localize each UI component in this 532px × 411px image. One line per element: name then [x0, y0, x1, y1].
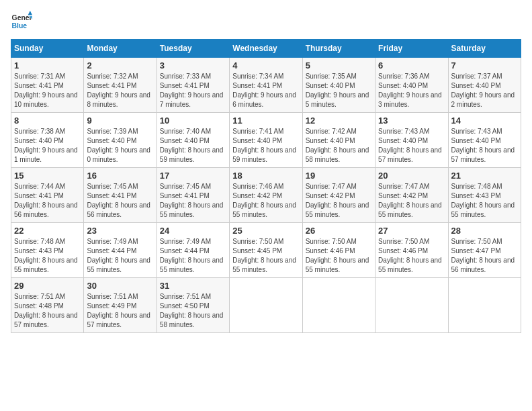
day-number: 8 [14, 116, 81, 126]
calendar-cell: 25 Sunrise: 7:50 AMSunset: 4:45 PMDaylig… [230, 223, 302, 278]
weekday-header-thursday: Thursday [302, 40, 375, 58]
calendar-cell: 29 Sunrise: 7:51 AMSunset: 4:48 PMDaylig… [11, 278, 84, 333]
day-number: 30 [87, 281, 153, 291]
calendar-cell: 31 Sunrise: 7:51 AMSunset: 4:50 PMDaylig… [157, 278, 229, 333]
calendar-cell: 7 Sunrise: 7:37 AMSunset: 4:40 PMDayligh… [448, 58, 521, 113]
day-number: 22 [14, 226, 81, 236]
calendar-cell: 5 Sunrise: 7:35 AMSunset: 4:40 PMDayligh… [302, 58, 375, 113]
calendar-cell [302, 278, 375, 333]
calendar-cell: 4 Sunrise: 7:34 AMSunset: 4:41 PMDayligh… [230, 58, 302, 113]
weekday-header-wednesday: Wednesday [230, 40, 302, 58]
weekday-header-tuesday: Tuesday [157, 40, 229, 58]
day-info: Sunrise: 7:41 AMSunset: 4:40 PMDaylight:… [232, 128, 296, 163]
calendar-cell: 3 Sunrise: 7:33 AMSunset: 4:41 PMDayligh… [157, 58, 229, 113]
day-info: Sunrise: 7:48 AMSunset: 4:43 PMDaylight:… [451, 183, 515, 218]
calendar-cell: 19 Sunrise: 7:47 AMSunset: 4:42 PMDaylig… [302, 168, 375, 223]
calendar-cell: 15 Sunrise: 7:44 AMSunset: 4:41 PMDaylig… [11, 168, 84, 223]
calendar-cell: 22 Sunrise: 7:48 AMSunset: 4:43 PMDaylig… [11, 223, 84, 278]
day-number: 21 [451, 171, 518, 181]
day-info: Sunrise: 7:42 AMSunset: 4:40 PMDaylight:… [306, 128, 369, 163]
weekday-header-monday: Monday [84, 40, 157, 58]
day-number: 11 [232, 116, 299, 126]
day-number: 16 [87, 171, 153, 181]
day-number: 12 [306, 116, 372, 126]
day-number: 9 [87, 116, 153, 126]
day-number: 10 [160, 116, 226, 126]
logo: General Blue [11, 11, 32, 32]
day-number: 26 [306, 226, 372, 236]
calendar-cell: 10 Sunrise: 7:40 AMSunset: 4:40 PMDaylig… [157, 113, 229, 168]
day-number: 19 [306, 171, 372, 181]
day-number: 6 [378, 60, 445, 71]
day-info: Sunrise: 7:33 AMSunset: 4:41 PMDaylight:… [160, 73, 224, 108]
day-info: Sunrise: 7:51 AMSunset: 4:50 PMDaylight:… [160, 293, 224, 328]
weekday-header-saturday: Saturday [448, 40, 521, 58]
calendar-cell: 6 Sunrise: 7:36 AMSunset: 4:40 PMDayligh… [375, 58, 448, 113]
day-number: 20 [378, 171, 445, 181]
day-info: Sunrise: 7:50 AMSunset: 4:46 PMDaylight:… [306, 238, 369, 273]
day-number: 25 [232, 226, 299, 236]
calendar-cell: 24 Sunrise: 7:49 AMSunset: 4:44 PMDaylig… [157, 223, 229, 278]
day-info: Sunrise: 7:43 AMSunset: 4:40 PMDaylight:… [378, 128, 442, 163]
day-info: Sunrise: 7:50 AMSunset: 4:46 PMDaylight:… [378, 238, 442, 273]
calendar-cell [375, 278, 448, 333]
day-info: Sunrise: 7:43 AMSunset: 4:40 PMDaylight:… [451, 128, 515, 163]
calendar-cell: 20 Sunrise: 7:47 AMSunset: 4:42 PMDaylig… [375, 168, 448, 223]
day-info: Sunrise: 7:47 AMSunset: 4:42 PMDaylight:… [378, 183, 442, 218]
day-number: 3 [160, 60, 226, 71]
day-number: 29 [14, 281, 81, 291]
day-number: 27 [378, 226, 445, 236]
day-number: 2 [87, 60, 153, 71]
day-info: Sunrise: 7:45 AMSunset: 4:41 PMDaylight:… [87, 183, 150, 218]
day-info: Sunrise: 7:46 AMSunset: 4:42 PMDaylight:… [232, 183, 296, 218]
calendar-cell: 18 Sunrise: 7:46 AMSunset: 4:42 PMDaylig… [230, 168, 302, 223]
day-number: 23 [87, 226, 153, 236]
day-info: Sunrise: 7:51 AMSunset: 4:49 PMDaylight:… [87, 293, 150, 328]
calendar-cell: 13 Sunrise: 7:43 AMSunset: 4:40 PMDaylig… [375, 113, 448, 168]
svg-text:General: General [12, 14, 32, 21]
day-number: 7 [451, 60, 518, 71]
weekday-header-sunday: Sunday [11, 40, 84, 58]
day-info: Sunrise: 7:40 AMSunset: 4:40 PMDaylight:… [160, 128, 224, 163]
calendar-cell: 11 Sunrise: 7:41 AMSunset: 4:40 PMDaylig… [230, 113, 302, 168]
calendar-cell: 28 Sunrise: 7:50 AMSunset: 4:47 PMDaylig… [448, 223, 521, 278]
day-info: Sunrise: 7:45 AMSunset: 4:41 PMDaylight:… [160, 183, 224, 218]
calendar-cell: 12 Sunrise: 7:42 AMSunset: 4:40 PMDaylig… [302, 113, 375, 168]
day-info: Sunrise: 7:37 AMSunset: 4:40 PMDaylight:… [451, 73, 515, 108]
day-info: Sunrise: 7:35 AMSunset: 4:40 PMDaylight:… [306, 73, 369, 108]
day-info: Sunrise: 7:50 AMSunset: 4:45 PMDaylight:… [232, 238, 296, 273]
day-info: Sunrise: 7:47 AMSunset: 4:42 PMDaylight:… [306, 183, 369, 218]
day-number: 15 [14, 171, 81, 181]
day-number: 17 [160, 171, 226, 181]
day-number: 5 [306, 60, 372, 71]
calendar-cell: 23 Sunrise: 7:49 AMSunset: 4:44 PMDaylig… [84, 223, 157, 278]
day-info: Sunrise: 7:44 AMSunset: 4:41 PMDaylight:… [14, 183, 78, 218]
calendar-cell [448, 278, 521, 333]
day-info: Sunrise: 7:38 AMSunset: 4:40 PMDaylight:… [14, 128, 78, 163]
day-info: Sunrise: 7:50 AMSunset: 4:47 PMDaylight:… [451, 238, 515, 273]
day-info: Sunrise: 7:31 AMSunset: 4:41 PMDaylight:… [14, 73, 78, 108]
day-info: Sunrise: 7:36 AMSunset: 4:40 PMDaylight:… [378, 73, 442, 108]
calendar-cell: 14 Sunrise: 7:43 AMSunset: 4:40 PMDaylig… [448, 113, 521, 168]
page-header: General Blue [11, 11, 521, 32]
day-number: 24 [160, 226, 226, 236]
calendar-cell: 17 Sunrise: 7:45 AMSunset: 4:41 PMDaylig… [157, 168, 229, 223]
calendar-cell: 21 Sunrise: 7:48 AMSunset: 4:43 PMDaylig… [448, 168, 521, 223]
day-info: Sunrise: 7:51 AMSunset: 4:48 PMDaylight:… [14, 293, 78, 328]
calendar-cell: 9 Sunrise: 7:39 AMSunset: 4:40 PMDayligh… [84, 113, 157, 168]
svg-text:Blue: Blue [12, 22, 28, 30]
calendar-cell: 1 Sunrise: 7:31 AMSunset: 4:41 PMDayligh… [11, 58, 84, 113]
day-number: 31 [160, 281, 226, 291]
day-number: 13 [378, 116, 445, 126]
calendar-cell: 2 Sunrise: 7:32 AMSunset: 4:41 PMDayligh… [84, 58, 157, 113]
day-number: 28 [451, 226, 518, 236]
day-info: Sunrise: 7:49 AMSunset: 4:44 PMDaylight:… [87, 238, 150, 273]
calendar-cell [230, 278, 302, 333]
calendar-cell: 16 Sunrise: 7:45 AMSunset: 4:41 PMDaylig… [84, 168, 157, 223]
day-info: Sunrise: 7:48 AMSunset: 4:43 PMDaylight:… [14, 238, 78, 273]
day-info: Sunrise: 7:39 AMSunset: 4:40 PMDaylight:… [87, 128, 150, 163]
day-number: 1 [14, 60, 81, 71]
calendar-cell: 27 Sunrise: 7:50 AMSunset: 4:46 PMDaylig… [375, 223, 448, 278]
day-info: Sunrise: 7:32 AMSunset: 4:41 PMDaylight:… [87, 73, 150, 108]
day-number: 14 [451, 116, 518, 126]
